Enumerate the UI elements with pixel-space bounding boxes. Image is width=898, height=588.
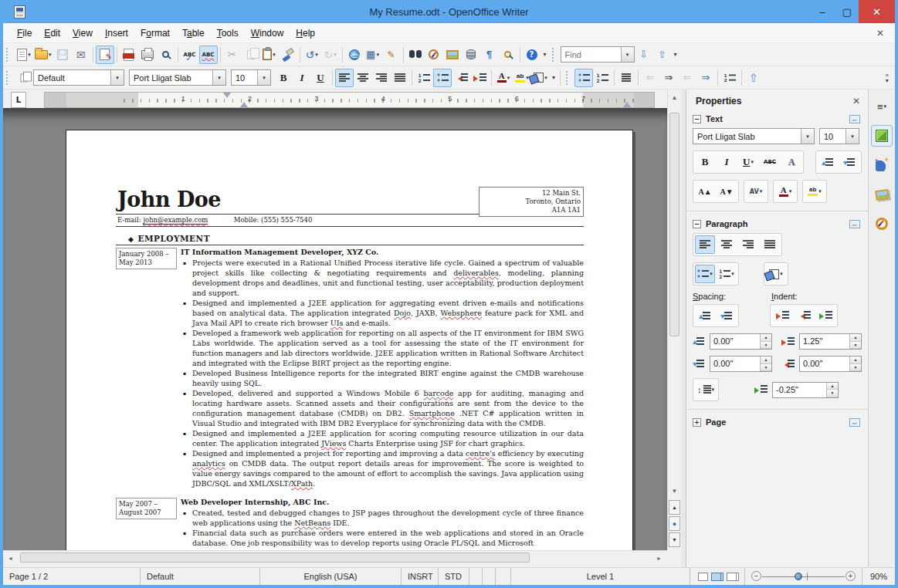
show-draw-functions-button[interactable]: ✎ [382, 46, 401, 64]
spelling-button[interactable]: ABC✓ [181, 46, 199, 64]
demote-with-subpoints-button[interactable]: ⇒ [696, 69, 715, 87]
font-name-dropdown[interactable]: ▾ [801, 129, 814, 144]
first-line-indent-value[interactable]: -0.25" [773, 383, 826, 397]
numbered-list-button[interactable] [415, 69, 433, 87]
paste-button[interactable]: ▾ [260, 46, 279, 64]
spin-down-icon[interactable]: ▼ [850, 364, 861, 372]
font-name-combobox[interactable]: Port Lligat Slab▾ [129, 69, 226, 86]
multi-page-view-button[interactable] [711, 573, 721, 581]
menu-item[interactable]: Window [245, 25, 290, 42]
expand-icon[interactable]: + [693, 418, 701, 427]
increase-paragraph-spacing-button[interactable] [695, 306, 715, 325]
menu-item[interactable]: View [66, 25, 99, 42]
bullet-list-button[interactable]: ▾ [695, 265, 715, 283]
after-text-indent-field[interactable]: 0.00"▲▼ [799, 356, 862, 372]
title-bar[interactable]: My Resume.odt - OpenOffice Writer [0, 0, 898, 23]
align-right-button[interactable] [738, 235, 758, 254]
font-size-combobox[interactable]: 10▾ [231, 69, 271, 86]
digital-signature-status[interactable] [483, 568, 496, 585]
document-modified-status[interactable] [469, 568, 483, 585]
above-spacing-value[interactable]: 0.00" [710, 334, 760, 349]
move-up-button[interactable]: ⇧ [744, 69, 763, 87]
insert-unnumbered-entry-button[interactable] [720, 69, 739, 87]
autospellcheck-button[interactable]: ABC [199, 46, 218, 64]
menu-item[interactable]: Insert [99, 25, 134, 42]
below-paragraph-spacing-field[interactable]: 0.00"▲▼ [710, 356, 772, 372]
zoom-slider-track[interactable] [762, 576, 845, 577]
font-color-button[interactable]: A▾ [494, 69, 513, 87]
font-size-dropdown[interactable]: ▾ [257, 70, 270, 85]
increase-indent-button[interactable] [470, 69, 489, 87]
font-color-button[interactable]: A▾ [775, 182, 795, 201]
grow-font-button[interactable]: A▲ [695, 182, 715, 201]
bullets-toolbar-grip[interactable] [566, 71, 571, 85]
find-dropdown-button[interactable]: ▾ [621, 47, 634, 62]
email-link[interactable]: john@example.com [143, 216, 208, 225]
bullet-list-button[interactable] [433, 69, 452, 87]
sidebar-tab-styles[interactable] [871, 154, 893, 176]
spin-down-icon[interactable]: ▼ [761, 342, 771, 350]
promote-with-subpoints-button[interactable]: ⇐ [678, 69, 696, 87]
align-left-button[interactable] [335, 69, 354, 87]
page[interactable]: John Doe 12 Main St.Toronto, OntarioA1A … [66, 130, 633, 550]
horizontal-scrollbar[interactable]: ◄ ► [3, 550, 667, 564]
line-spacing-button[interactable]: ↕▾ [695, 380, 717, 399]
below-spacing-value[interactable]: 0.00" [710, 357, 760, 371]
undo-button[interactable]: ↺▾ [303, 46, 321, 64]
font-size-dropdown[interactable]: ▾ [845, 129, 859, 144]
insert-table-button[interactable]: ▦▾ [364, 46, 382, 64]
save-button[interactable] [53, 46, 72, 64]
formatting-marks-button[interactable]: ¶ [480, 46, 499, 64]
underline-button[interactable]: U [311, 69, 330, 87]
zoom-out-button[interactable]: − [751, 571, 761, 581]
insert-mode-status[interactable]: INSRT [402, 568, 439, 585]
above-paragraph-spacing-field[interactable]: 0.00"▲▼ [710, 333, 772, 350]
promote-level-button[interactable]: ⇐ [641, 69, 659, 87]
spin-up-icon[interactable]: ▲ [827, 383, 838, 390]
zoom-in-button[interactable]: + [845, 571, 856, 581]
spin-up-icon[interactable]: ▲ [761, 334, 771, 342]
help-button[interactable]: ? [523, 46, 541, 64]
redo-button[interactable]: ↻▾ [321, 46, 340, 64]
scroll-left-button[interactable]: ◄ [5, 552, 16, 564]
shrink-font-button[interactable]: A▼ [717, 182, 737, 201]
paragraph-background-button[interactable]: ▾ [766, 265, 786, 283]
strikethrough-button[interactable]: ABC [760, 153, 780, 171]
sidebar-font-name-combobox[interactable]: Port Lligat Slab▾ [693, 128, 815, 144]
horizontal-ruler[interactable]: 1234567 [44, 92, 655, 108]
paragraph-style-combobox[interactable]: Default▾ [33, 69, 124, 86]
format-paintbrush-button[interactable] [279, 46, 297, 64]
single-page-view-button[interactable] [698, 573, 708, 581]
bullets-on-off-button[interactable] [574, 69, 593, 87]
export-pdf-button[interactable] [120, 46, 138, 64]
close-button[interactable]: ✕ [859, 0, 895, 23]
horizontal-scrollbar-thumb[interactable] [20, 553, 530, 563]
align-center-button[interactable] [354, 69, 372, 87]
close-document-button[interactable]: ✕ [873, 26, 887, 40]
print-button[interactable] [138, 46, 157, 64]
navigator-button[interactable] [425, 46, 443, 64]
before-text-indent-field[interactable]: 1.25"▲▼ [799, 333, 862, 350]
font-name-dropdown[interactable]: ▾ [212, 70, 225, 85]
numbered-list-button[interactable]: ▾ [717, 265, 737, 283]
tab-stop-type-button[interactable]: L [11, 92, 26, 108]
numbering-on-off-button[interactable] [593, 69, 612, 87]
next-page-button[interactable]: ▼ [669, 532, 680, 547]
character-spacing-button[interactable]: AV▾ [746, 182, 766, 201]
more-options-button[interactable]: ⋯ [849, 115, 860, 123]
align-left-button[interactable] [695, 235, 715, 254]
underline-button[interactable]: U▾ [738, 153, 758, 171]
zoom-slider[interactable]: − + [751, 568, 856, 585]
no-list-button[interactable] [617, 69, 635, 87]
outline-level-status[interactable]: Level 1 [511, 568, 690, 585]
left-indent-marker[interactable] [240, 98, 248, 107]
page-number-status[interactable]: Page 1 / 2 [3, 568, 141, 585]
gallery-button[interactable] [443, 46, 462, 64]
first-line-indent-marker[interactable] [223, 93, 231, 102]
decrease-indent-button[interactable] [794, 306, 814, 325]
menu-item[interactable]: Tools [211, 25, 245, 42]
paragraph-section-header[interactable]: − Paragraph ⋯ [686, 216, 868, 230]
text-section-header[interactable]: − Text ⋯ [686, 111, 868, 125]
find-input[interactable] [561, 50, 621, 59]
switch-indent-button[interactable] [815, 306, 835, 325]
